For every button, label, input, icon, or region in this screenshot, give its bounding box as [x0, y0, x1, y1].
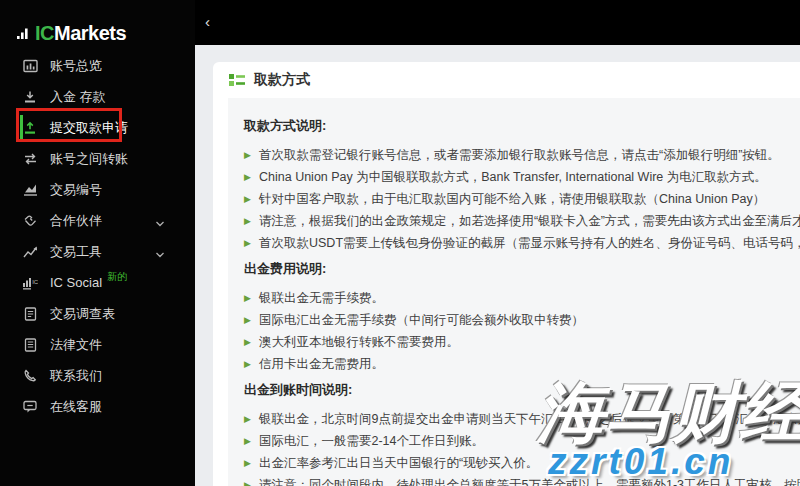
- section-heading: 出金到账时间说明:: [244, 381, 784, 399]
- bullet-text: 银联出金无需手续费。: [259, 287, 384, 309]
- sidebar-item-label: 账号之间转账: [50, 150, 128, 168]
- info-section-2: 出金到账时间说明:▶银联出金，北京时间9点前提交出金申请则当天下午汇出，9点之后…: [244, 381, 784, 486]
- bullet-line: ▶请注意，根据我们的出金政策规定，如若选择使用“银联卡入金”方式，需要先由该方式…: [244, 210, 784, 232]
- sidebar-item-11[interactable]: 在线客服: [0, 391, 195, 422]
- sidebar-item-label: 交易工具: [50, 243, 102, 261]
- sidebar-item-label: 在线客服: [50, 398, 102, 416]
- info-section-0: 取款方式说明:▶首次取款需登记银行账号信息，或者需要添加银行取款账号信息，请点击…: [244, 117, 784, 254]
- bullet-line: ▶请注意：同个时间段内，待处理出金总额度等于5万美金或以上，需要额外1-3工作日…: [244, 474, 784, 486]
- bullet-text: 信用卡出金无需费用。: [259, 353, 384, 375]
- green-arrow-icon: ▶: [244, 210, 259, 232]
- sidebar-collapse-icon[interactable]: ‹: [205, 13, 210, 31]
- sidebar-item-0[interactable]: 账号总览: [0, 50, 195, 81]
- bullet-line: ▶首次取款USDT需要上传钱包身份验证的截屏（需显示账号持有人的姓名、身份证号码…: [244, 232, 784, 254]
- bullet-line: ▶银联出金无需手续费。: [244, 287, 784, 309]
- bullet-text: 国际电汇，一般需要2-14个工作日到账。: [259, 430, 484, 452]
- transfer-icon: [22, 151, 38, 167]
- sidebar-item-10[interactable]: 联系我们: [0, 360, 195, 391]
- active-indicator-bar: [20, 115, 23, 140]
- green-arrow-icon: ▶: [244, 430, 259, 452]
- bullet-line: ▶国际电汇出金无需手续费（中间行可能会额外收取中转费）: [244, 309, 784, 331]
- sidebar: ICMarkets 账号总览入金 存款提交取款申请账号之间转账交易编号合作伙伴交…: [0, 0, 195, 486]
- contact-icon: [22, 368, 38, 384]
- bullet-text: 首次取款需登记银行账号信息，或者需要添加银行取款账号信息，请点击“添加银行明细”…: [259, 144, 780, 166]
- withdraw-upload-icon: [22, 120, 38, 136]
- bullet-line: ▶信用卡出金无需费用。: [244, 353, 784, 375]
- bullet-text: 请注意：同个时间段内，待处理出金总额度等于5万美金或以上，需要额外1-3工作日人…: [259, 474, 800, 486]
- sidebar-item-label: 交易调查表: [50, 305, 115, 323]
- withdrawal-info-panel: 取款方式说明:▶首次取款需登记银行账号信息，或者需要添加银行取款账号信息，请点击…: [228, 98, 800, 486]
- green-arrow-icon: ▶: [244, 331, 259, 353]
- green-list-icon: [229, 73, 246, 87]
- ic-markets-logo[interactable]: ICMarkets: [0, 0, 195, 44]
- green-arrow-icon: ▶: [244, 353, 259, 375]
- account-overview-icon: [22, 58, 38, 74]
- section-heading: 出金费用说明:: [244, 260, 784, 278]
- card-header: 取款方式: [213, 62, 800, 98]
- sidebar-item-1[interactable]: 入金 存款: [0, 81, 195, 112]
- legal-doc-icon: [22, 337, 38, 353]
- sidebar-item-label: 联系我们: [50, 367, 102, 385]
- trade-number-icon: [22, 182, 38, 198]
- green-arrow-icon: ▶: [244, 287, 259, 309]
- bullet-text: 国际电汇出金无需手续费（中间行可能会额外收取中转费）: [259, 309, 584, 331]
- logo-text-ic: IC: [35, 22, 54, 44]
- survey-icon: [22, 306, 38, 322]
- sidebar-item-label: 账号总览: [50, 57, 102, 75]
- sidebar-item-5[interactable]: 合作伙伴: [0, 205, 195, 236]
- green-arrow-icon: ▶: [244, 408, 259, 430]
- live-chat-icon: [22, 399, 38, 415]
- sidebar-item-label: IC Social: [50, 275, 102, 290]
- sidebar-item-8[interactable]: 交易调查表: [0, 298, 195, 329]
- bullet-text: 请注意，根据我们的出金政策规定，如若选择使用“银联卡入金”方式，需要先由该方式出…: [259, 210, 800, 232]
- sidebar-item-3[interactable]: 账号之间转账: [0, 143, 195, 174]
- trading-tools-icon: [22, 244, 38, 260]
- sidebar-item-label: 交易编号: [50, 181, 102, 199]
- bar-chart-logo-icon: [17, 25, 31, 40]
- svg-text:IC: IC: [32, 279, 38, 285]
- sidebar-nav: 账号总览入金 存款提交取款申请账号之间转账交易编号合作伙伴交易工具ICIC So…: [0, 50, 195, 422]
- page-title: 取款方式: [254, 71, 310, 89]
- info-section-1: 出金费用说明:▶银联出金无需手续费。▶国际电汇出金无需手续费（中间行可能会额外收…: [244, 260, 784, 375]
- green-arrow-icon: ▶: [244, 474, 259, 486]
- bullet-text: 出金汇率参考汇出日当天中国银行的“现钞买入价。: [259, 452, 538, 474]
- top-bar: ‹: [195, 0, 800, 45]
- deposit-icon: [22, 89, 38, 105]
- bullet-line: ▶出金汇率参考汇出日当天中国银行的“现钞买入价。: [244, 452, 784, 474]
- sidebar-item-9[interactable]: 法律文件: [0, 329, 195, 360]
- green-arrow-icon: ▶: [244, 166, 259, 188]
- bullet-line: ▶首次取款需登记银行账号信息，或者需要添加银行取款账号信息，请点击“添加银行明细…: [244, 144, 784, 166]
- green-arrow-icon: ▶: [244, 232, 259, 254]
- sidebar-item-label: 法律文件: [50, 336, 102, 354]
- withdrawal-methods-card: 取款方式 取款方式说明:▶首次取款需登记银行账号信息，或者需要添加银行取款账号信…: [213, 62, 800, 486]
- bullet-text: 澳大利亚本地银行转账不需要费用。: [259, 331, 459, 353]
- bullet-text: China Union Pay 为中国银联取款方式，Bank Transfer,…: [259, 166, 767, 188]
- bullet-line: ▶国际电汇，一般需要2-14个工作日到账。: [244, 430, 784, 452]
- sidebar-item-label: 提交取款申请: [50, 119, 128, 137]
- partners-icon: [22, 213, 38, 229]
- sidebar-item-label: 入金 存款: [50, 88, 106, 106]
- bullet-text: 首次取款USDT需要上传钱包身份验证的截屏（需显示账号持有人的姓名、身份证号码、…: [259, 232, 800, 254]
- green-arrow-icon: ▶: [244, 144, 259, 166]
- bullet-line: ▶China Union Pay 为中国银联取款方式，Bank Transfer…: [244, 166, 784, 188]
- section-heading: 取款方式说明:: [244, 117, 784, 135]
- bullet-text: 针对中国客户取款，由于电汇取款国内可能不给入账，请使用银联取款（China Un…: [259, 188, 765, 210]
- sidebar-item-7[interactable]: ICIC Social新的: [0, 267, 195, 298]
- sidebar-item-2[interactable]: 提交取款申请: [0, 112, 195, 143]
- chevron-down-icon[interactable]: [155, 216, 165, 231]
- bullet-line: ▶澳大利亚本地银行转账不需要费用。: [244, 331, 784, 353]
- ic-social-icon: IC: [22, 275, 38, 291]
- new-badge: 新的: [107, 270, 127, 284]
- sidebar-item-label: 合作伙伴: [50, 212, 102, 230]
- logo-text-markets: Markets: [54, 22, 126, 44]
- green-arrow-icon: ▶: [244, 309, 259, 331]
- bullet-text: 银联出金，北京时间9点前提交出金申请则当天下午汇出，9点之后提交申请第二天下午汇…: [259, 408, 800, 430]
- green-arrow-icon: ▶: [244, 452, 259, 474]
- green-arrow-icon: ▶: [244, 188, 259, 210]
- bullet-line: ▶银联出金，北京时间9点前提交出金申请则当天下午汇出，9点之后提交申请第二天下午…: [244, 408, 784, 430]
- sidebar-item-6[interactable]: 交易工具: [0, 236, 195, 267]
- sidebar-item-4[interactable]: 交易编号: [0, 174, 195, 205]
- bullet-line: ▶针对中国客户取款，由于电汇取款国内可能不给入账，请使用银联取款（China U…: [244, 188, 784, 210]
- main-content: 取款方式 取款方式说明:▶首次取款需登记银行账号信息，或者需要添加银行取款账号信…: [195, 45, 800, 486]
- chevron-down-icon[interactable]: [155, 247, 165, 262]
